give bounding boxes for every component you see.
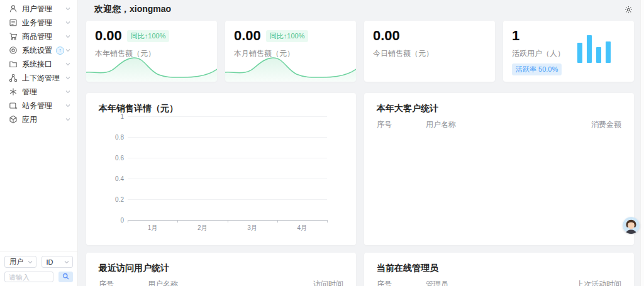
- chevron-down-icon: [65, 62, 70, 66]
- upgrade-arrow-badge[interactable]: ↑: [56, 47, 64, 55]
- panel-title: 当前在线管理员: [377, 263, 621, 273]
- gear-icon: [9, 46, 18, 55]
- panel-recent-visitors: 最近访问用户统计 序号 用户名称 访问时间: [86, 253, 356, 286]
- stat-value: 0.00: [373, 28, 400, 44]
- panel-sales-detail: 本年销售详情（元） 10.80.60.40.20 1月2月3月4月: [86, 93, 356, 245]
- sitemap-icon: [9, 74, 18, 82]
- sales-chart-xlabels: 1月2月3月4月: [128, 224, 327, 233]
- sidebar: 用户管理 业务管理 商品管理 系统设置 ↑: [0, 0, 78, 286]
- cart-icon: [9, 32, 18, 41]
- user-icon: [9, 4, 18, 13]
- stat-cards-row: 0.00 同比↑100% 本年销售额（元） 0.00 同比↑100% 本月销售额…: [86, 21, 634, 82]
- folder-icon: [9, 60, 18, 69]
- column-header: 序号: [377, 119, 426, 130]
- chevron-down-icon: [65, 76, 70, 80]
- table-header-row: 序号 用户名称 消费金额: [377, 119, 621, 130]
- sidebar-item-site-management[interactable]: 站务管理: [0, 99, 77, 113]
- sidebar-item-label: 业务管理: [22, 18, 65, 28]
- chevron-down-icon: [64, 260, 69, 264]
- chevron-down-icon: [65, 35, 70, 38]
- search-icon: [62, 272, 69, 282]
- card-month-sales[interactable]: 0.00 同比↑100% 本月销售额（元）: [225, 21, 356, 82]
- column-header: 用户名称: [426, 119, 591, 130]
- column-header: 序号: [99, 279, 148, 286]
- sidebar-item-applications[interactable]: 应用: [0, 113, 77, 126]
- stat-label: 本年销售额（元）: [95, 48, 208, 59]
- stat-label: 今日销售额（元）: [373, 48, 486, 59]
- stat-label: 本月销售额（元）: [234, 48, 347, 59]
- sidebar-search-widget: 用户 ID: [0, 251, 77, 286]
- sidebar-item-system-settings[interactable]: 系统设置 ↑: [0, 43, 77, 57]
- sidebar-item-label: 商品管理: [22, 31, 65, 42]
- sidebar-item-user-management[interactable]: 用户管理: [0, 2, 77, 16]
- sidebar-item-management[interactable]: 管理: [0, 85, 77, 99]
- panel-title: 本年大客户统计: [377, 103, 621, 114]
- card-active-users[interactable]: 1 活跃用户（人） 活跃率 50.0%: [503, 21, 634, 82]
- chevron-down-icon: [65, 118, 70, 121]
- sidebar-item-system-api[interactable]: 系统接口: [0, 57, 77, 71]
- yoy-badge: 同比↑100%: [266, 30, 309, 42]
- search-button[interactable]: [58, 272, 73, 282]
- sidebar-item-label: 站务管理: [22, 101, 65, 111]
- active-rate-badge: 活跃率 50.0%: [512, 63, 562, 75]
- settings-gear-icon[interactable]: [625, 6, 633, 14]
- sidebar-item-product-management[interactable]: 商品管理: [0, 30, 77, 43]
- welcome-title: 欢迎您，xiongmao: [94, 4, 625, 15]
- chevron-down-icon: [28, 260, 33, 264]
- search-type-value: 用户: [9, 257, 23, 267]
- stat-value: 0.00: [234, 28, 261, 44]
- sidebar-item-label: 管理: [22, 87, 65, 97]
- asterisk-icon: [9, 87, 18, 96]
- panel-title: 最近访问用户统计: [99, 263, 343, 273]
- panel-big-customers: 本年大客户统计 序号 用户名称 消费金额: [364, 93, 634, 245]
- sidebar-item-label: 系统接口: [22, 59, 65, 70]
- sidebar-menu: 用户管理 业务管理 商品管理 系统设置 ↑: [0, 0, 77, 251]
- chevron-down-icon: [65, 104, 70, 107]
- table-header-row: 序号 管理员 上次活动时间: [377, 279, 621, 286]
- column-header: 访问时间: [313, 279, 343, 286]
- column-header: 消费金额: [591, 119, 621, 130]
- panel-online-admins: 当前在线管理员 序号 管理员 上次活动时间: [364, 253, 634, 286]
- stat-value: 0.00: [95, 28, 122, 44]
- chevron-down-icon: [65, 90, 70, 94]
- bottom-panels-row: 最近访问用户统计 序号 用户名称 访问时间 当前在线管理员 序号 管理员 上次活…: [86, 253, 634, 286]
- panel-title: 本年销售详情（元）: [99, 103, 343, 114]
- search-input[interactable]: [4, 272, 53, 282]
- sidebar-item-upstream-downstream[interactable]: 上下游管理: [0, 71, 77, 85]
- sales-detail-chart: 10.80.60.40.20 1月2月3月4月: [99, 114, 343, 235]
- cube-icon: [9, 115, 18, 124]
- search-field-select[interactable]: ID: [42, 256, 74, 268]
- stat-value: 1: [512, 28, 519, 44]
- sidebar-item-business-management[interactable]: 业务管理: [0, 16, 77, 30]
- sidebar-item-label: 上下游管理: [22, 73, 65, 84]
- form-icon: [9, 18, 18, 27]
- scrollbar-track[interactable]: [640, 0, 644, 286]
- chevron-down-icon: [65, 7, 70, 11]
- column-header: 管理员: [426, 279, 576, 286]
- yoy-badge: 同比↑100%: [127, 30, 170, 42]
- sidebar-item-label: 应用: [22, 114, 65, 125]
- search-type-select[interactable]: 用户: [4, 256, 36, 268]
- avatar[interactable]: [623, 217, 640, 234]
- table-header-row: 序号 用户名称 访问时间: [99, 279, 343, 286]
- chevron-down-icon: [65, 48, 70, 52]
- stat-label: 活跃用户（人）: [512, 48, 625, 59]
- column-header: 用户名称: [148, 279, 313, 286]
- page-header: 欢迎您，xiongmao: [78, 0, 640, 19]
- sidebar-item-label: 系统设置: [22, 45, 54, 56]
- chevron-down-icon: [65, 21, 70, 25]
- column-header: 上次活动时间: [576, 279, 621, 286]
- search-field-value: ID: [47, 258, 53, 266]
- middle-panels-row: 本年销售详情（元） 10.80.60.40.20 1月2月3月4月 本年大客户统…: [86, 93, 634, 245]
- box-plus-icon: [9, 101, 18, 110]
- card-today-sales[interactable]: 0.00 今日销售额（元）: [364, 21, 495, 82]
- main-content: 欢迎您，xiongmao 0.00 同比↑100% 本年销售额（元）: [78, 0, 640, 286]
- card-year-sales[interactable]: 0.00 同比↑100% 本年销售额（元）: [86, 21, 217, 82]
- column-header: 序号: [377, 279, 426, 286]
- sales-chart-plot: 10.80.60.40.20: [128, 116, 327, 220]
- sidebar-item-label: 用户管理: [22, 4, 65, 14]
